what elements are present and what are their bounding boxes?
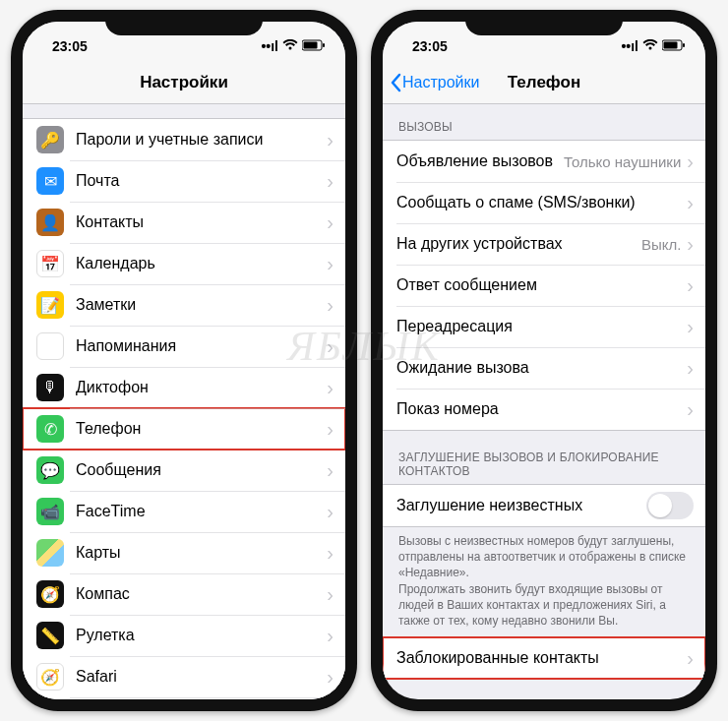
row-label: Напоминания — [76, 337, 327, 355]
settings-row-reminders[interactable]: ⋮Напоминания› — [23, 326, 345, 367]
row-label: Сообщения — [76, 461, 327, 479]
compass-icon: 🧭 — [36, 580, 64, 608]
settings-row-key[interactable]: 🔑Пароли и учетные записи› — [23, 119, 345, 160]
row-label: Ответ сообщением — [396, 276, 687, 294]
status-time: 23:05 — [52, 38, 88, 54]
calendar-icon: 📅 — [36, 250, 64, 277]
messages-icon: 💬 — [36, 456, 64, 484]
silence-unknown-row[interactable]: Заглушение неизвестных — [383, 485, 705, 526]
chevron-right-icon: › — [327, 419, 334, 439]
row-показ-номера[interactable]: Показ номера› — [383, 389, 705, 430]
settings-row-measure[interactable]: 📏Рулетка› — [23, 615, 345, 656]
screen-left: 23:05 ••ıl Настройки 🔑Пароли и учетные з… — [23, 22, 345, 699]
row-label: Диктофон — [76, 379, 327, 396]
calls-header: ВЫЗОВЫ — [383, 104, 705, 140]
row-label: Объявление вызовов — [396, 152, 564, 170]
row-label: Календарь — [76, 255, 327, 272]
chevron-right-icon: › — [687, 151, 694, 171]
blocked-contacts-label: Заблокированные контакты — [396, 649, 687, 667]
settings-row-voice-memos[interactable]: 🎙Диктофон› — [23, 367, 345, 408]
row-сообщать-о-спаме-sms-звонки-[interactable]: Сообщать о спаме (SMS/звонки)› — [383, 182, 705, 223]
settings-row-phone[interactable]: ✆Телефон› — [23, 408, 345, 450]
row-value: Только наушники — [564, 153, 681, 170]
settings-row-calendar[interactable]: 📅Календарь› — [23, 243, 345, 284]
silence-footer: Вызовы с неизвестных номеров будут заглу… — [383, 527, 705, 636]
blocked-contacts-row[interactable]: Заблокированные контакты › — [383, 637, 705, 679]
chevron-right-icon: › — [327, 626, 334, 645]
settings-row-mail[interactable]: ✉Почта› — [23, 160, 345, 202]
settings-list[interactable]: 🔑Пароли и учетные записи›✉Почта›👤Контакт… — [23, 104, 345, 699]
nav-bar: Настройки — [23, 61, 345, 104]
settings-row-maps[interactable]: Карты› — [23, 532, 345, 573]
chevron-right-icon: › — [327, 667, 334, 687]
settings-row-compass[interactable]: 🧭Компас› — [23, 573, 345, 615]
notch — [465, 10, 623, 35]
row-label: Карты — [76, 544, 327, 562]
chevron-right-icon: › — [687, 275, 694, 295]
maps-icon — [36, 539, 64, 567]
key-icon: 🔑 — [36, 126, 64, 153]
phone-settings[interactable]: ВЫЗОВЫ Объявление вызововТолько наушники… — [383, 104, 705, 699]
settings-row-notes[interactable]: 📝Заметки› — [23, 284, 345, 326]
row-label: Сообщать о спаме (SMS/звонки) — [396, 194, 687, 211]
safari-icon: 🧭 — [36, 663, 64, 691]
screen-right: 23:05 ••ıl Настройки Телефон ВЫЗОВЫ Объя… — [383, 22, 705, 699]
row-объявление-вызовов[interactable]: Объявление вызововТолько наушники› — [383, 141, 705, 182]
status-time: 23:05 — [412, 38, 448, 54]
voice-memos-icon: 🎙 — [36, 374, 64, 401]
chevron-right-icon: › — [687, 648, 694, 668]
row-label: FaceTime — [76, 503, 327, 520]
settings-row-contacts[interactable]: 👤Контакты› — [23, 202, 345, 243]
settings-row-messages[interactable]: 💬Сообщения› — [23, 450, 345, 491]
phone-icon: ✆ — [36, 415, 64, 443]
svg-rect-2 — [323, 43, 325, 47]
svg-rect-5 — [683, 43, 685, 47]
status-icons: ••ıl — [261, 38, 326, 54]
chevron-right-icon: › — [687, 399, 694, 419]
chevron-right-icon: › — [687, 358, 694, 378]
block-header: ЗАГЛУШЕНИЕ ВЫЗОВОВ И БЛОКИРОВАНИЕ КОНТАК… — [383, 431, 705, 484]
back-button[interactable]: Настройки — [389, 73, 479, 92]
contacts-icon: 👤 — [36, 209, 64, 236]
silence-unknown-toggle[interactable] — [646, 492, 694, 519]
chevron-right-icon: › — [327, 254, 334, 273]
battery-icon — [302, 38, 326, 54]
mail-icon: ✉ — [36, 167, 64, 195]
row-value: Выкл. — [641, 236, 681, 253]
settings-row-stocks[interactable]: 📈Акции› — [23, 697, 345, 699]
row-переадресация[interactable]: Переадресация› — [383, 306, 705, 347]
nav-title: Настройки — [140, 73, 228, 92]
row-label: Рулетка — [76, 627, 327, 644]
row-label: Почта — [76, 172, 327, 190]
chevron-right-icon: › — [327, 502, 334, 521]
row-label: Переадресация — [396, 318, 687, 335]
row-на-других-устройствах[interactable]: На других устройствахВыкл.› — [383, 223, 705, 265]
signal-icon: ••ıl — [621, 38, 638, 54]
chevron-right-icon: › — [687, 317, 694, 336]
chevron-right-icon: › — [327, 378, 334, 397]
chevron-right-icon: › — [687, 193, 694, 212]
nav-title: Телефон — [508, 73, 580, 92]
chevron-right-icon: › — [327, 171, 334, 191]
settings-row-facetime[interactable]: 📹FaceTime› — [23, 491, 345, 532]
row-label: Пароли и учетные записи — [76, 131, 327, 149]
row-ответ-сообщением[interactable]: Ответ сообщением› — [383, 265, 705, 306]
back-label: Настройки — [402, 74, 479, 91]
facetime-icon: 📹 — [36, 498, 64, 525]
device-left: 23:05 ••ıl Настройки 🔑Пароли и учетные з… — [11, 10, 357, 711]
chevron-right-icon: › — [327, 336, 334, 356]
row-label: Контакты — [76, 213, 327, 231]
status-icons: ••ıl — [621, 38, 686, 54]
device-right: 23:05 ••ıl Настройки Телефон ВЫЗОВЫ Объя… — [371, 10, 717, 711]
row-label: На других устройствах — [396, 235, 641, 253]
wifi-icon — [282, 38, 298, 54]
chevron-right-icon: › — [327, 130, 334, 150]
chevron-right-icon: › — [327, 543, 334, 563]
chevron-right-icon: › — [327, 212, 334, 232]
silence-unknown-label: Заглушение неизвестных — [396, 497, 646, 514]
row-ожидание-вызова[interactable]: Ожидание вызова› — [383, 347, 705, 389]
row-label: Safari — [76, 668, 327, 686]
wifi-icon — [642, 38, 658, 54]
row-label: Телефон — [76, 420, 327, 438]
settings-row-safari[interactable]: 🧭Safari› — [23, 656, 345, 697]
